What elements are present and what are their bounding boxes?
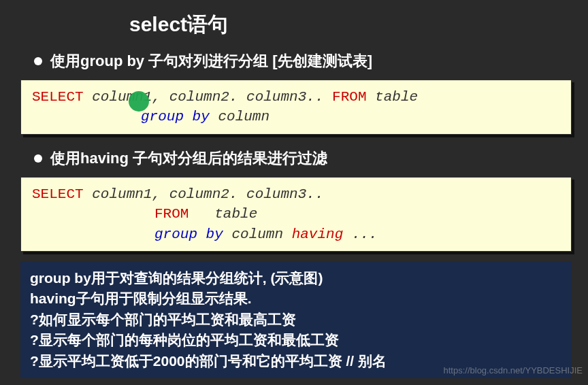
summary-line-1: group by用于对查询的结果分组统计, (示意图) [30, 268, 562, 288]
bullet-icon [34, 57, 42, 65]
columns-text: column1, column2. column3.. [84, 89, 332, 105]
gap-text [189, 206, 214, 222]
keyword-select: SELECT [32, 89, 84, 105]
keyword-having: having [292, 227, 344, 242]
columns-text: column1, column2. column3.. [84, 186, 324, 202]
code-block-1: SELECT column1, column2. column3.. FROM … [20, 80, 572, 135]
code2-line2: FROM table [32, 204, 560, 224]
section1-heading-row: 使用group by 子句对列进行分组 [先创建测试表] [0, 47, 588, 77]
section1-heading: 使用group by 子句对列进行分组 [先创建测试表] [50, 51, 372, 71]
column-text: column [223, 227, 292, 242]
table-text: table [367, 89, 419, 105]
code1-line2: group by column [32, 107, 560, 127]
dots-text: ... [343, 227, 377, 242]
keyword-select: SELECT [32, 186, 84, 202]
keyword-from: FROM [332, 89, 366, 105]
summary-box: group by用于对查询的结果分组统计, (示意图) having子句用于限制… [20, 261, 572, 378]
watermark-text: https://blog.csdn.net/YYBDESHIJIE [444, 365, 583, 375]
code-block-2: SELECT column1, column2. column3.. FROM … [20, 177, 572, 252]
keyword-groupby: group by [141, 109, 210, 124]
slide-title: select语句 [0, 0, 588, 47]
pointer-dot-icon [129, 91, 149, 112]
summary-line-4: ?显示每个部门的每种岗位的平均工资和最低工资 [30, 330, 562, 350]
table-text: table [214, 206, 257, 222]
section2-heading: 使用having 子句对分组后的结果进行过滤 [50, 148, 327, 169]
code2-line3: group by column having ... [32, 224, 560, 244]
code2-line1: SELECT column1, column2. column3.. [32, 184, 560, 204]
keyword-groupby: group by [154, 227, 223, 242]
summary-line-3: ?如何显示每个部门的平均工资和最高工资 [30, 309, 562, 330]
column-text: column [210, 109, 270, 124]
bullet-icon [34, 154, 42, 163]
section2-heading-row: 使用having 子句对分组后的结果进行过滤 [0, 144, 588, 174]
code1-line1: SELECT column1, column2. column3.. FROM … [32, 87, 560, 107]
keyword-from: FROM [154, 206, 189, 222]
summary-line-2: having子句用于限制分组显示结果. [30, 288, 562, 309]
